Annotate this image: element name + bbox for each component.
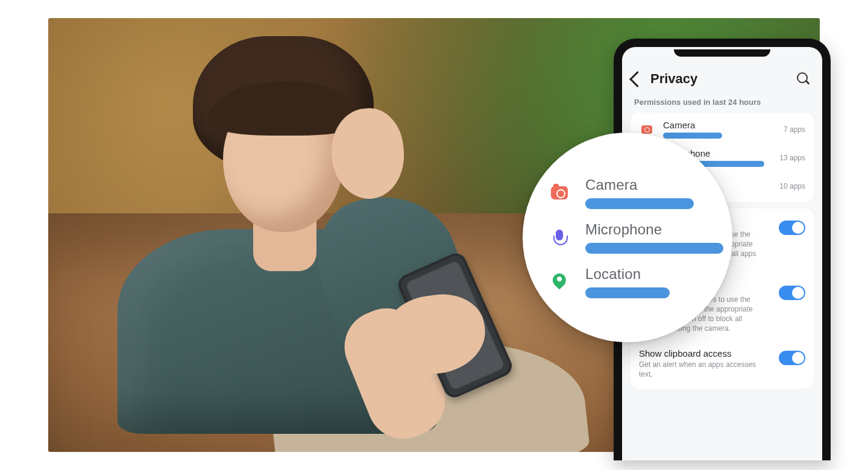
setting-row-clipboard-access[interactable]: Show clipboard access Get an alert when …: [631, 341, 814, 386]
zoom-row-camera: Camera: [549, 177, 720, 209]
search-icon[interactable]: [797, 72, 810, 86]
toggle-clipboard-access[interactable]: [779, 351, 805, 365]
setting-title: Show clipboard access: [639, 348, 760, 359]
microphone-icon: [555, 230, 564, 245]
camera-icon: [551, 186, 568, 199]
zoom-callout: Camera Microphone Location: [523, 133, 732, 342]
usage-label: Camera: [663, 120, 770, 130]
person-on-couch: [90, 36, 476, 446]
titlebar: Privacy: [622, 59, 822, 93]
zoom-label: Microphone: [585, 221, 723, 238]
usage-count: 7 apps: [784, 125, 805, 134]
usage-bar: [663, 133, 722, 139]
zoom-bar: [585, 243, 723, 254]
zoom-label: Location: [585, 266, 670, 283]
camera-icon: [641, 125, 652, 134]
zoom-bar: [585, 287, 670, 298]
section-heading: Permissions used in last 24 hours: [622, 93, 822, 109]
zoom-bar: [585, 198, 694, 209]
toggle-microphone-access[interactable]: [779, 286, 805, 300]
page-title: Privacy: [650, 71, 697, 87]
usage-count: 13 apps: [779, 154, 805, 162]
zoom-row-microphone: Microphone: [549, 221, 720, 254]
usage-count: 10 apps: [779, 182, 805, 190]
back-icon[interactable]: [629, 71, 646, 87]
toggle-camera-access[interactable]: [779, 221, 805, 235]
promo-stage: Privacy Permissions used in last 24 hour…: [0, 0, 868, 470]
zoom-label: Camera: [585, 177, 694, 193]
setting-desc: Get an alert when an apps accesses text,: [639, 360, 760, 379]
zoom-row-location: Location: [549, 266, 720, 298]
location-icon: [553, 274, 566, 290]
